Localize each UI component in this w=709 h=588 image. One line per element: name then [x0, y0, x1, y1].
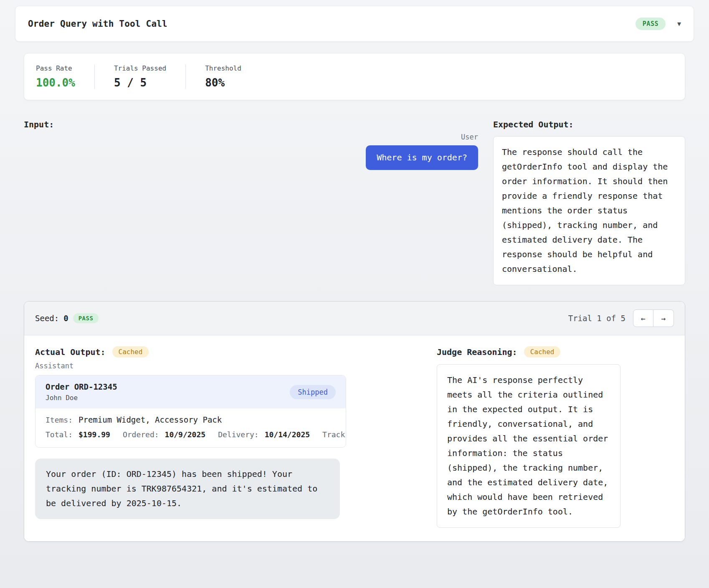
- prev-trial-button[interactable]: ←: [633, 309, 653, 327]
- assistant-message-bubble: Your order (ID: ORD-12345) has been ship…: [35, 459, 340, 519]
- stat-value: 100.0%: [36, 76, 75, 89]
- delivery-label: Delivery:: [218, 430, 259, 439]
- trial-pager: Trial 1 of 5 ← →: [568, 309, 674, 327]
- stats-card: Pass Rate 100.0% Trials Passed 5 / 5 Thr…: [24, 53, 685, 100]
- actual-output-heading: Actual Output:: [35, 347, 106, 357]
- seed-label: Seed:: [35, 314, 59, 323]
- total-value: $199.99: [78, 430, 110, 439]
- total-label: Total:: [46, 430, 73, 439]
- order-items-row: Items:Premium Widget, Accessory Pack: [46, 415, 346, 424]
- status-badge: PASS: [636, 18, 666, 30]
- expected-output-box: The response should call the getOrderInf…: [493, 136, 685, 285]
- judge-reasoning-column: Judge Reasoning: Cached The AI's respons…: [437, 346, 674, 528]
- cached-badge: Cached: [524, 346, 561, 357]
- ordered-label: Ordered:: [123, 430, 159, 439]
- user-message-bubble: Where is my order?: [366, 145, 478, 170]
- test-case-header: Order Query with Tool Call PASS ▼: [15, 6, 694, 42]
- stat-threshold: Threshold 80%: [185, 64, 261, 89]
- cached-badge: Cached: [112, 346, 149, 357]
- items-label: Items:: [46, 416, 73, 424]
- trial-pager-buttons: ← →: [633, 309, 674, 327]
- trial-pager-label: Trial 1 of 5: [568, 314, 625, 323]
- order-title: Order ORD-12345: [46, 382, 117, 391]
- trial-status-badge: PASS: [73, 313, 99, 323]
- chevron-down-icon[interactable]: ▼: [677, 20, 681, 28]
- order-customer: John Doe: [46, 394, 117, 402]
- test-case-title: Order Query with Tool Call: [28, 19, 167, 29]
- judge-reasoning-box: The AI's response perfectly meets all th…: [437, 364, 620, 528]
- actual-output-column: Actual Output: Cached Assistant Order OR…: [35, 346, 420, 519]
- input-expected-section: Input: User Where is my order? Expected …: [24, 119, 685, 285]
- trial-card: Seed: 0 PASS Trial 1 of 5 ← →: [24, 301, 685, 542]
- seed-group: Seed: 0 PASS: [35, 313, 99, 323]
- delivery-value: 10/14/2025: [265, 430, 310, 439]
- judge-reasoning-heading: Judge Reasoning:: [437, 347, 517, 357]
- assistant-role-label: Assistant: [35, 362, 420, 370]
- tracking-label: Tracking:: [322, 430, 346, 439]
- actual-output-head: Actual Output: Cached: [35, 346, 420, 357]
- header-right: PASS ▼: [636, 18, 681, 30]
- seed-value: 0: [63, 314, 68, 323]
- order-card-body: Items:Premium Widget, Accessory Pack Tot…: [35, 408, 346, 447]
- input-heading: Input:: [24, 119, 478, 129]
- order-identity: Order ORD-12345 John Doe: [46, 382, 117, 402]
- stat-pass-rate: Pass Rate 100.0%: [24, 64, 94, 89]
- content: Pass Rate 100.0% Trials Passed 5 / 5 Thr…: [15, 53, 694, 542]
- next-trial-button[interactable]: →: [653, 309, 674, 327]
- order-meta-row: Total:$199.99Ordered:10/9/2025Delivery:1…: [46, 430, 346, 439]
- arrow-right-icon: →: [661, 314, 666, 323]
- user-role-label: User: [24, 133, 478, 141]
- stat-label: Pass Rate: [36, 64, 75, 72]
- stat-trials-passed: Trials Passed 5 / 5: [94, 64, 185, 89]
- ordered-value: 10/9/2025: [165, 430, 206, 439]
- page: Order Query with Tool Call PASS ▼ Pass R…: [0, 0, 709, 588]
- expected-output-heading: Expected Output:: [493, 119, 685, 129]
- judge-reasoning-head: Judge Reasoning: Cached: [437, 346, 674, 357]
- input-column: Input: User Where is my order?: [24, 119, 478, 170]
- trial-body: Actual Output: Cached Assistant Order OR…: [24, 335, 685, 541]
- stat-label: Trials Passed: [114, 64, 166, 72]
- trial-header: Seed: 0 PASS Trial 1 of 5 ← →: [24, 302, 685, 335]
- stat-label: Threshold: [205, 64, 241, 72]
- arrow-left-icon: ←: [641, 314, 646, 323]
- stat-value: 5 / 5: [114, 76, 166, 89]
- items-value: Premium Widget, Accessory Pack: [78, 415, 222, 424]
- stat-value: 80%: [205, 76, 241, 89]
- order-status-badge: Shipped: [290, 385, 336, 399]
- order-card-header: Order ORD-12345 John Doe Shipped: [35, 375, 346, 408]
- order-card: Order ORD-12345 John Doe Shipped Items:P…: [35, 375, 346, 448]
- expected-output-column: Expected Output: The response should cal…: [493, 119, 685, 285]
